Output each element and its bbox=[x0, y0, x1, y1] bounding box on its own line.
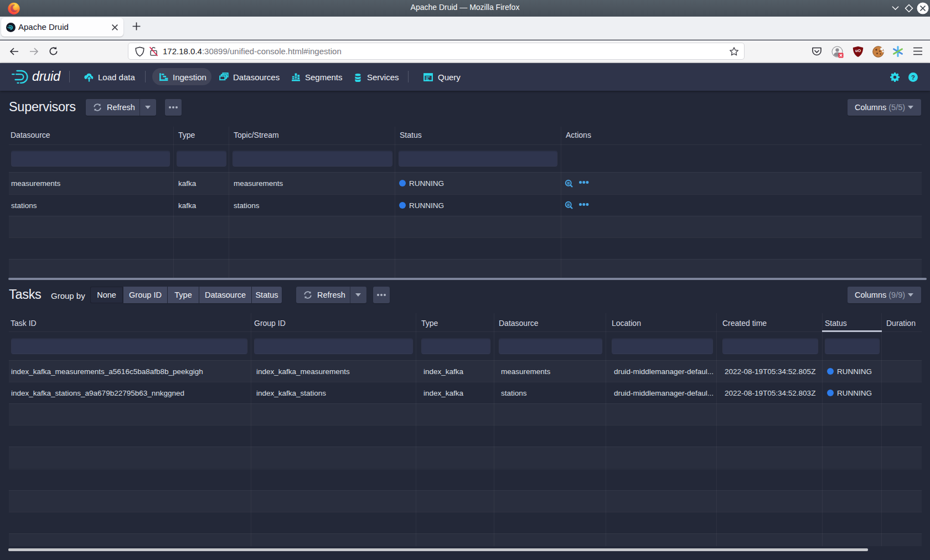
svg-text:?: ? bbox=[911, 74, 915, 81]
svg-text:uO: uO bbox=[855, 48, 861, 53]
